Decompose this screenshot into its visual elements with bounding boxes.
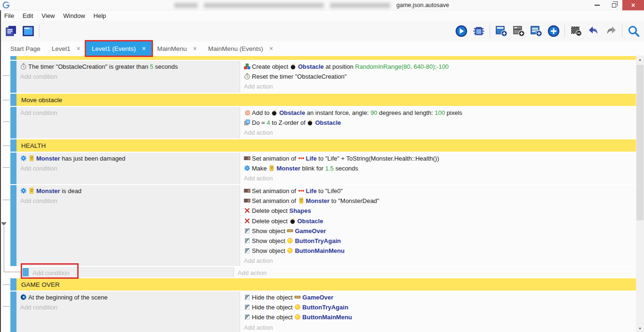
conditions-column[interactable]: At the beginning of the sceneAdd conditi… [16,292,240,332]
add-action-button[interactable]: Add action [244,256,636,266]
tab-label: MainMenu (Events) [208,45,263,52]
conditions-column[interactable]: Monster is deadAdd condition [16,185,240,266]
close-button[interactable]: × [622,0,644,10]
menu-view[interactable]: View [37,11,59,20]
menu-file[interactable]: File [0,11,18,20]
preview-button[interactable] [452,22,470,40]
menu-window[interactable]: Window [59,11,89,20]
action-line[interactable]: Make Monster blink for 1.5 seconds [244,163,636,173]
search-button[interactable] [625,22,642,40]
visibility-icon [244,227,250,234]
action-line[interactable]: Add to Obstacle an instant force, angle:… [244,108,636,118]
action-line[interactable]: Reset the timer "ObstacleCreation" [244,72,636,81]
conditions-column[interactable]: Add condition [29,267,234,277]
add-action-button[interactable]: Add action [238,268,636,277]
scroll-thumb[interactable] [636,65,644,220]
actions-column[interactable]: Add action [234,267,636,277]
add-condition-button[interactable]: Add condition [32,268,233,277]
action-line[interactable]: Show object GameOver [244,226,636,236]
add-condition-button[interactable]: Add condition [20,72,240,81]
project-manager-button[interactable] [2,22,19,40]
undo-button[interactable] [585,22,602,40]
event-drag-handle[interactable] [10,56,16,60]
add-comment-button[interactable] [527,22,545,40]
add-condition-button[interactable]: Add condition [20,163,240,173]
close-tab-icon[interactable]: × [77,45,80,52]
comment-text[interactable] [16,56,636,60]
add-condition-button[interactable]: Add condition [20,302,240,312]
condition-line[interactable]: At the beginning of the scene [20,292,240,302]
add-subevent-button[interactable] [510,22,527,40]
event-drag-handle[interactable] [10,61,16,93]
scroll-up-button[interactable]: ▲ [636,56,644,64]
comment-text[interactable]: GAME OVER [16,278,636,291]
add-element-button[interactable] [545,22,562,40]
condition-line[interactable]: The timer "ObstacleCreation" is greater … [20,62,240,72]
action-line[interactable]: Hide the object GameOver [244,292,636,302]
visibility-icon [244,237,250,244]
tab-mainmenu[interactable]: MainMenu× [152,41,202,56]
action-line[interactable]: Hide the object ButtonTryAgain [244,302,636,312]
event-drag-handle[interactable] [10,139,16,152]
actions-column[interactable]: Hide the object GameOverHide the object … [240,292,636,332]
tab-level1-events[interactable]: Level1 (Events)× [86,41,152,56]
event-drag-handle[interactable] [23,268,29,276]
minimize-button[interactable] [588,0,605,10]
event-drag-handle[interactable] [10,94,16,106]
add-event-button[interactable] [492,22,510,40]
close-tab-icon[interactable]: × [269,45,273,52]
vertical-scrollbar[interactable]: ▲ ▼ [636,56,644,332]
action-line[interactable]: Set animation of Life to "Life" + ToStri… [244,154,636,163]
comment-text[interactable]: Move obstacle [16,94,636,106]
action-line[interactable]: Delete object Obstacle [244,216,636,226]
scroll-down-button[interactable]: ▼ [636,324,644,332]
remove-event-button[interactable] [567,22,585,40]
menu-edit[interactable]: Edit [18,11,37,20]
close-tab-icon[interactable]: × [142,45,146,52]
tab-start-page[interactable]: Start Page [5,41,46,56]
scene-editor-button[interactable] [19,22,37,40]
conditions-column[interactable]: Monster has just been damagedAdd conditi… [16,153,240,184]
add-action-button[interactable]: Add action [244,173,636,183]
action-line[interactable]: Show object ButtonMainMenu [244,246,636,256]
actions-column[interactable]: Add to Obstacle an instant force, angle:… [240,107,636,138]
action-line[interactable]: Delete object Shapes [244,206,636,216]
action-line[interactable]: Show object ButtonTryAgain [244,236,636,246]
event-drag-handle[interactable] [10,278,16,291]
add-action-button[interactable]: Add action [244,81,636,91]
add-action-button[interactable]: Add action [244,323,636,332]
close-tab-icon[interactable]: × [193,45,197,52]
event-drag-handle[interactable] [10,292,16,332]
actions-column[interactable]: Set animation of Life to "Life" + ToStri… [240,153,636,184]
redo-button[interactable] [602,22,620,40]
actions-column[interactable]: Create object Obstacle at position Rando… [240,61,636,93]
window-controls: × [588,0,644,10]
tab-level1[interactable]: Level1× [46,41,86,56]
restore-button[interactable] [605,0,622,10]
action-line[interactable]: Set animation of Monster to "MonsterDead… [244,196,636,206]
condition-line[interactable]: Monster has just been damaged [20,154,240,163]
add-action-button[interactable]: Add action [244,128,636,138]
tree-connector [3,121,10,122]
event-drag-handle[interactable] [10,153,16,184]
event-row: The timer "ObstacleCreation" is greater … [10,61,636,93]
comment-text[interactable]: HEALTH [16,139,636,152]
event-drag-handle[interactable] [10,185,16,266]
action-line[interactable]: Hide the object ButtonMainMenu [244,312,636,322]
debug-button[interactable] [470,22,487,40]
bomb-icon [290,63,297,70]
condition-line[interactable]: Monster is dead [20,186,240,196]
tab-mainmenu-events[interactable]: MainMenu (Events)× [202,41,279,56]
action-line[interactable]: Set animation of Life to "Life0" [244,186,636,196]
action-line[interactable]: Create object Obstacle at position Rando… [244,62,636,72]
collapse-arrow-icon[interactable] [1,222,7,226]
action-line[interactable]: Do = 4 to Z-order of Obstacle [244,118,636,128]
event-drag-handle[interactable] [10,107,16,138]
conditions-column[interactable]: The timer "ObstacleCreation" is greater … [16,61,240,93]
add-condition-button[interactable]: Add condition [20,196,240,206]
actions-column[interactable]: Set animation of Life to "Life0"Set anim… [240,185,636,266]
add-condition-button[interactable]: Add condition [20,108,240,118]
menu-help[interactable]: Help [89,11,111,20]
conditions-column[interactable]: Add condition [16,107,240,138]
comment-row: GAME OVER [10,278,636,291]
